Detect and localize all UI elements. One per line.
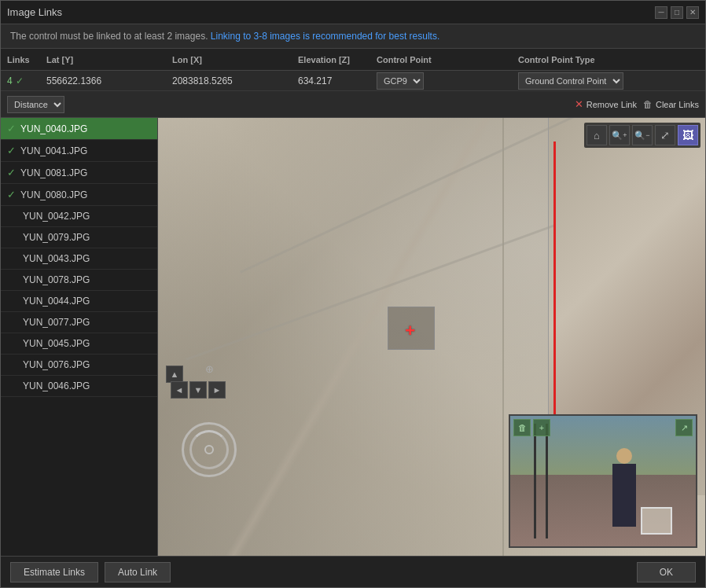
- footer-left: Estimate Links Auto Link: [10, 562, 171, 582]
- col-header-cp: Control Point: [377, 55, 518, 64]
- minimize-button[interactable]: ─: [655, 6, 667, 19]
- image-mode-button[interactable]: 🖼: [678, 125, 698, 145]
- image-name: YUN_0079.JPG: [23, 232, 90, 243]
- links-count-cell: 4 ✓: [7, 75, 46, 86]
- image-name: YUN_0043.JPG: [23, 253, 90, 264]
- viewer-area[interactable]: + ⌂ 🔍+ 🔍− ⤢ 🖼 ▲ ◄ ▼: [158, 118, 705, 556]
- auto-link-button[interactable]: Auto Link: [105, 562, 171, 582]
- list-item[interactable]: ✓ YUN_0041.JPG: [1, 140, 157, 162]
- road-line-2: [186, 224, 556, 361]
- image-separator: [502, 118, 504, 556]
- linked-check-icon: ✓: [7, 189, 16, 200]
- thumbnail-delete-button[interactable]: 🗑: [513, 419, 531, 436]
- sort-dropdown[interactable]: Distance Name Date: [7, 96, 64, 113]
- table-header: Links Lat [Y] Lon [X] Elevation [Z] Cont…: [1, 49, 705, 71]
- elev-cell: 634.217: [298, 75, 377, 86]
- list-item[interactable]: YUN_0043.JPG: [1, 248, 157, 270]
- image-name: YUN_0080.JPG: [20, 189, 87, 200]
- col-header-cpt: Control Point Type: [518, 55, 699, 64]
- list-item[interactable]: ✓ YUN_0040.JPG: [1, 118, 157, 140]
- image-links-window: Image Links ─ □ ✕ The control must be li…: [0, 0, 706, 588]
- check-icon: ✓: [16, 75, 24, 86]
- zoom-in-button[interactable]: 🔍+: [609, 125, 630, 145]
- linked-check-icon: ✓: [7, 167, 16, 178]
- image-name: YUN_0040.JPG: [20, 123, 87, 134]
- list-item[interactable]: YUN_0042.JPG: [1, 206, 157, 227]
- nav-up-button[interactable]: ▲: [166, 366, 183, 383]
- image-name: YUN_0044.JPG: [23, 296, 90, 307]
- list-item[interactable]: YUN_0079.JPG: [1, 227, 157, 248]
- control-point-type-select[interactable]: Ground Control Point Check Point Manual …: [518, 72, 623, 90]
- adjustment-marker: ⊕: [205, 363, 214, 375]
- list-item[interactable]: YUN_0076.JPG: [1, 355, 157, 376]
- image-name: YUN_0081.JPG: [20, 167, 87, 178]
- nav-controls: ▲: [166, 366, 183, 383]
- person-head: [616, 448, 632, 464]
- image-list: ✓ YUN_0040.JPG ✓ YUN_0041.JPG ✓ YUN_0081…: [1, 118, 158, 556]
- cpt-cell: Ground Control Point Check Point Manual …: [518, 72, 699, 90]
- close-button[interactable]: ✕: [686, 6, 699, 19]
- nav-right-button[interactable]: ►: [208, 381, 226, 399]
- list-item[interactable]: YUN_0077.JPG: [1, 312, 157, 333]
- cp-cell: GCP9 GCP1 GCP2: [377, 72, 518, 90]
- info-bar: The control must be linked to at least 2…: [1, 24, 705, 49]
- nav-down-button[interactable]: ▼: [189, 381, 207, 399]
- thumbnail-add-button[interactable]: +: [533, 419, 550, 436]
- image-name: YUN_0045.JPG: [23, 338, 90, 349]
- zoom-out-button[interactable]: 🔍−: [632, 125, 653, 145]
- info-text-before: The control must be linked to at least 2…: [10, 31, 208, 42]
- image-name: YUN_0041.JPG: [20, 145, 87, 156]
- title-bar: Image Links ─ □ ✕: [1, 1, 705, 24]
- list-item[interactable]: YUN_0044.JPG: [1, 291, 157, 312]
- list-item[interactable]: YUN_0045.JPG: [1, 333, 157, 355]
- remove-link-label: Remove Link: [586, 100, 637, 109]
- ok-button[interactable]: OK: [637, 562, 696, 582]
- image-name: YUN_0042.JPG: [23, 211, 90, 222]
- estimate-links-button[interactable]: Estimate Links: [10, 562, 98, 582]
- clear-links-button[interactable]: 🗑 Clear Links: [643, 99, 699, 110]
- window-title: Image Links: [7, 6, 62, 18]
- linked-check-icon: ✓: [7, 145, 16, 156]
- fit-button[interactable]: ⤢: [655, 125, 675, 145]
- thumbnail-preview: 🗑 + ↗: [509, 414, 697, 548]
- list-item[interactable]: ✓ YUN_0080.JPG: [1, 184, 157, 206]
- linked-check-icon: ✓: [7, 123, 16, 134]
- footer: Estimate Links Auto Link OK: [1, 556, 705, 587]
- home-button[interactable]: ⌂: [586, 125, 607, 145]
- image-name: YUN_0076.JPG: [23, 359, 90, 370]
- thumbnail-toolbar: 🗑 +: [513, 419, 550, 436]
- info-text-highlight: Linking to 3-8 images is recommended for…: [211, 31, 439, 42]
- main-image: + ⌂ 🔍+ 🔍− ⤢ 🖼 ▲ ◄ ▼: [158, 118, 705, 556]
- control-row: Distance Name Date ✕ Remove Link 🗑 Clear…: [1, 91, 705, 118]
- control-point-select[interactable]: GCP9 GCP1 GCP2: [377, 72, 424, 90]
- remove-link-x-icon: ✕: [575, 98, 583, 110]
- trash-icon: 🗑: [643, 99, 653, 110]
- col-header-links: Links: [7, 55, 46, 64]
- rotate-control[interactable]: [182, 422, 237, 477]
- image-name: YUN_0077.JPG: [23, 317, 90, 328]
- lat-cell: 556622.1366: [46, 75, 172, 86]
- fence-2: [546, 424, 548, 538]
- list-item[interactable]: ✓ YUN_0081.JPG: [1, 162, 157, 184]
- nav-left-button[interactable]: ◄: [171, 381, 188, 399]
- thumbnail-expand-button[interactable]: ↗: [675, 419, 693, 436]
- list-item[interactable]: YUN_0078.JPG: [1, 270, 157, 291]
- crosshair-marker: +: [405, 322, 415, 340]
- image-name: YUN_0046.JPG: [23, 380, 90, 391]
- window-controls: ─ □ ✕: [655, 6, 699, 19]
- remove-link-button[interactable]: ✕ Remove Link: [575, 98, 637, 110]
- thumbnail-target: [641, 507, 672, 535]
- restore-button[interactable]: □: [671, 6, 683, 19]
- links-count: 4: [7, 75, 13, 86]
- lon-cell: 2083818.5265: [172, 75, 298, 86]
- col-header-lat: Lat [Y]: [46, 55, 172, 64]
- clear-links-label: Clear Links: [656, 100, 699, 109]
- person-silhouette: [612, 464, 636, 527]
- fence: [534, 424, 536, 538]
- list-item[interactable]: YUN_0046.JPG: [1, 376, 157, 397]
- col-header-elev: Elevation [Z]: [298, 55, 377, 64]
- col-header-lon: Lon [X]: [172, 55, 298, 64]
- table-data-row: 4 ✓ 556622.1366 2083818.5265 634.217 GCP…: [1, 71, 705, 91]
- main-area: ✓ YUN_0040.JPG ✓ YUN_0041.JPG ✓ YUN_0081…: [1, 118, 705, 556]
- image-name: YUN_0078.JPG: [23, 274, 90, 285]
